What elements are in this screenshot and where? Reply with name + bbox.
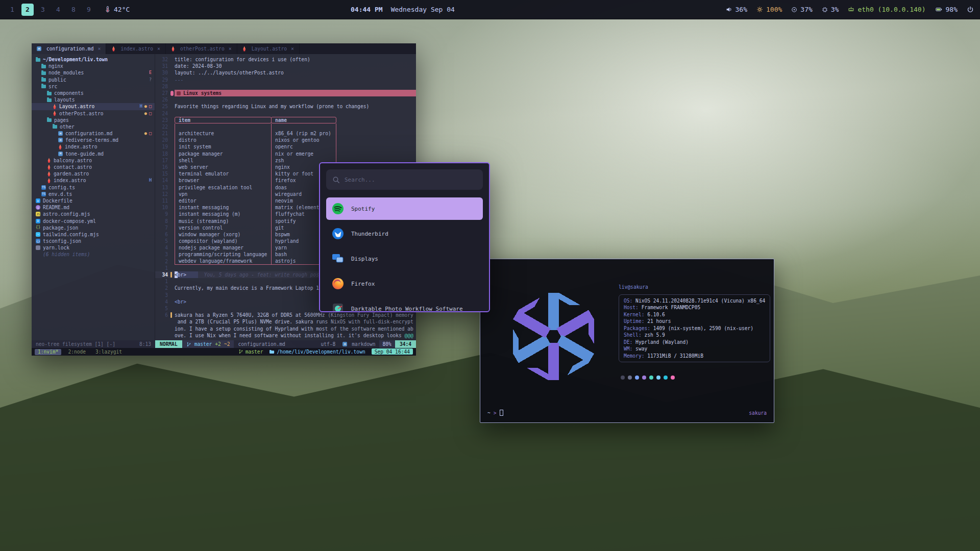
astro-icon [47, 165, 51, 170]
launcher-item-Thunderbird[interactable]: Thunderbird [326, 222, 483, 245]
tree-item-env.d.ts[interactable]: TSenv.d.ts [32, 191, 155, 197]
tree-item-Dockerfile[interactable]: DDockerfile [32, 197, 155, 204]
editor-line[interactable]: ove. I use Nix when I need software with… [155, 332, 416, 339]
tmux-clock: Sep 04 16:44 [372, 348, 413, 355]
editor-line[interactable]: 32title: configuration for devices i use… [155, 56, 416, 63]
tree-item-contact.astro[interactable]: contact.astro [32, 164, 155, 170]
tree-item-pages[interactable]: pages [32, 117, 155, 123]
editor-line[interactable]: 24 [155, 110, 416, 117]
shell-prompt[interactable]: ~ > [487, 410, 503, 417]
editor-line[interactable]: ion. I have a setup consisting of Hyprla… [155, 325, 416, 332]
status-modules: 36%100%37%3%eth0 (10.0.0.140)98% [726, 6, 974, 13]
search-box[interactable] [326, 169, 483, 190]
workspace-9[interactable]: 9 [83, 4, 95, 16]
battery-module[interactable]: 98% [935, 6, 958, 13]
table-row[interactable]: 19init systemopenrc [155, 143, 416, 150]
tab-index.astro[interactable]: index.astro× [106, 43, 166, 54]
tree-item-package.json[interactable]: {}package.json [32, 224, 155, 231]
editor-line[interactable]: and a 2TB (Crucial P5 Plus) NVMe drive. … [155, 318, 416, 325]
launcher-item-Spotify[interactable]: Spotify [326, 197, 483, 220]
line-number: 14 [155, 177, 170, 184]
md-icon: M [58, 138, 63, 142]
tree-item-tsconfig.json[interactable]: {}tsconfig.json [32, 238, 155, 244]
text-segment: Linux systems [183, 90, 222, 96]
launcher-item-Darktable Photo Workflow Software[interactable]: Darktable Photo Workflow Software [326, 297, 483, 312]
tmux-window-1:nvim*[interactable]: 1:nvim* [35, 349, 61, 355]
launcher-item-Displays[interactable]: Displays [326, 247, 483, 270]
workspace-4[interactable]: 4 [52, 4, 64, 16]
tree-item-public[interactable]: public? [32, 77, 155, 83]
tree-item-nginx[interactable]: nginx [32, 63, 155, 69]
table-cells [175, 123, 416, 130]
tab-otherPost.astro[interactable]: otherPost.astro× [166, 43, 237, 54]
tree-item-docker-compose.yml[interactable]: Ddocker-compose.yml [32, 218, 155, 224]
network-module[interactable]: eth0 (10.0.0.140) [848, 6, 925, 13]
nixos-logo [488, 268, 619, 413]
tree-item-node_modules[interactable]: node_modulesE [32, 69, 155, 76]
tree-item-otherPost.astro[interactable]: otherPost.astro●□ [32, 110, 155, 117]
markdown-heading-line[interactable]: 27Linux systems [155, 90, 416, 96]
tree-item-garden.astro[interactable]: garden.astro [32, 170, 155, 177]
disk-module[interactable]: 37% [791, 6, 812, 13]
tree-item-other[interactable]: other [32, 123, 155, 130]
tab-close-icon[interactable]: × [291, 45, 294, 52]
tree-item-config.ts[interactable]: TSconfig.ts [32, 184, 155, 191]
tree-item-configuration.md[interactable]: Mconfiguration.md●□ [32, 130, 155, 137]
table-row[interactable]: 20distronixos or gentoo [155, 137, 416, 143]
cpu-module[interactable]: 3% [822, 6, 839, 13]
table-separator-row[interactable]: 22 [155, 123, 416, 130]
tree-item-label: pages [54, 117, 69, 123]
editor-line[interactable]: 6sakura has a Ryzen 5 7640U, 32GB of DDR… [155, 312, 416, 318]
launcher-item-Firefox[interactable]: Firefox [326, 272, 483, 295]
tmux-statusbar: 1:nvim*2:node3:lazygit master /home/liv/… [32, 348, 416, 356]
tab-close-icon[interactable]: × [229, 45, 232, 52]
tab-close-icon[interactable]: × [157, 45, 160, 52]
tree-item-tailwind.config.mjs[interactable]: ~tailwind.config.mjs [32, 231, 155, 238]
line-number: 30 [155, 69, 170, 76]
tmux-window-2:node[interactable]: 2:node [65, 349, 89, 355]
editor-line[interactable]: 25Favorite things regarding Linux and my… [155, 103, 416, 110]
table-row[interactable]: 18package managernix or emerge [155, 151, 416, 157]
tree-item-README.md[interactable]: iREADME.md [32, 204, 155, 211]
workspace-2[interactable]: 2 [21, 4, 34, 16]
search-input[interactable] [345, 177, 477, 183]
tmux-window-3:lazygit[interactable]: 3:lazygit [92, 349, 125, 355]
tree-item-Layout.astro[interactable]: Layout.astroH●□ [32, 103, 155, 110]
workspace-8[interactable]: 8 [67, 4, 80, 16]
editor-line[interactable]: 29--- [155, 77, 416, 83]
tree-item-index.astro[interactable]: index.astro [32, 143, 155, 150]
table-row[interactable]: 21architecturex86_64 (rip m2 pro) [155, 130, 416, 137]
tree-item-yarn.lock[interactable]: yarn.lock [32, 244, 155, 251]
tree-item-(6 hidden items)[interactable]: (6 hidden items) [32, 251, 155, 258]
palette-dot [649, 375, 653, 380]
palette-dot [621, 375, 625, 380]
statusline-mode: NORMAL [155, 340, 182, 348]
tab-close-icon[interactable]: × [97, 45, 101, 52]
fetch-info-row-OS: OS: NixOS 24.11.20240828.71e91c4 (Vicuna… [624, 297, 765, 305]
tree-item-index.astro[interactable]: index.astroH [32, 177, 155, 184]
tree-item-layouts[interactable]: layouts [32, 96, 155, 103]
workspace-1[interactable]: 1 [6, 4, 18, 16]
tab-Layout.astro[interactable]: Layout.astro× [237, 43, 300, 54]
editor-line[interactable]: 26 [155, 96, 416, 103]
editor-line[interactable]: 31date: 2024-08-30 [155, 63, 416, 69]
line-number: 21 [155, 130, 170, 137]
tree-item-components[interactable]: components [32, 90, 155, 96]
fetch-info-value: zsh 5.9 [642, 332, 665, 339]
tree-item-src[interactable]: src [32, 83, 155, 90]
editor-line[interactable]: 28 [155, 83, 416, 90]
power-module[interactable] [967, 6, 974, 13]
tree-item-astro.config.mjs[interactable]: JSastro.config.mjs [32, 211, 155, 217]
table-header-row[interactable]: 23itemname [155, 117, 416, 123]
volume-module[interactable]: 36% [726, 6, 747, 13]
gear-module[interactable]: 100% [756, 6, 782, 13]
editor-line[interactable]: 30layout: ../../layouts/otherPost.astro [155, 69, 416, 76]
workspace-3[interactable]: 3 [37, 4, 49, 16]
tab-configuration.md[interactable]: Mconfiguration.md× [32, 43, 106, 54]
tree-item-~/Development/liv.town[interactable]: ~/Development/liv.town [32, 56, 155, 63]
fetch-info-label: DE: [624, 339, 632, 346]
tree-item-fediverse-terms.md[interactable]: Mfediverse-terms.md [32, 137, 155, 143]
gear-module-value: 100% [766, 6, 782, 13]
tree-item-tone-guide.md[interactable]: Mtone-guide.md [32, 151, 155, 157]
tree-item-balcony.astro[interactable]: balcony.astro [32, 157, 155, 164]
